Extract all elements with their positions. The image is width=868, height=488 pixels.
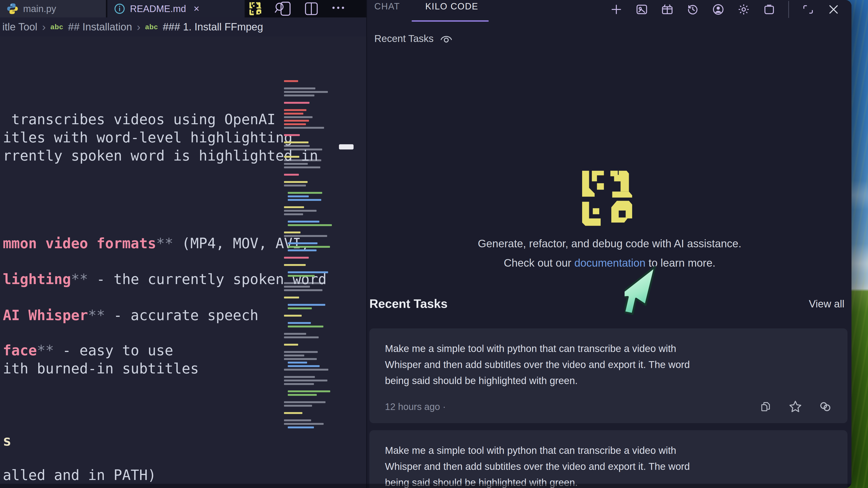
- breadcrumb-item[interactable]: ## Installation: [68, 21, 132, 33]
- minimap-line: [284, 257, 309, 259]
- minimap-line: [288, 271, 328, 273]
- new-task-icon[interactable]: [610, 3, 623, 16]
- close-icon[interactable]: ×: [194, 4, 199, 14]
- minimap-line: [284, 134, 300, 136]
- task-card[interactable]: Make me a simple tool with python that c…: [369, 328, 847, 423]
- link-icon[interactable]: [819, 400, 832, 413]
- minimap-line: [284, 116, 312, 118]
- recent-tasks-header-collapsed[interactable]: Recent Tasks: [374, 33, 453, 44]
- star-icon[interactable]: [788, 400, 802, 414]
- minimap-line: [284, 405, 312, 407]
- minimap-line: [284, 109, 306, 111]
- welcome-line-2-prefix: Check out our: [504, 257, 574, 269]
- welcome-text: Generate, refactor, and debug code with …: [367, 234, 851, 272]
- split-editor-icon[interactable]: [304, 1, 319, 16]
- breadcrumb-item[interactable]: itle Tool: [2, 21, 37, 33]
- task-text-line: Make me a simple tool with python that c…: [385, 340, 832, 357]
- minimap-line: [284, 80, 298, 82]
- kilo-code-icon[interactable]: [249, 2, 262, 15]
- minimap-line: [288, 426, 314, 428]
- code-line: alled and in PATH): [3, 466, 156, 484]
- copy-icon[interactable]: [760, 400, 772, 413]
- history-icon[interactable]: [686, 3, 699, 16]
- tab-label: README.md: [130, 3, 186, 14]
- code-line: ith burned-in subtitles: [3, 360, 199, 378]
- minimap-line: [284, 419, 311, 421]
- minimap[interactable]: [283, 45, 333, 403]
- minimap-line: [284, 127, 324, 129]
- welcome-line-1: Generate, refactor, and debug code with …: [367, 234, 851, 253]
- minimap-line: [288, 242, 317, 244]
- vscode-window: main.py README.md ×: [0, 0, 851, 488]
- tab-kilo-code[interactable]: KILO CODE: [425, 1, 478, 11]
- code-line: transcribes videos using OpenAI: [3, 110, 276, 129]
- minimap-line: [284, 264, 306, 266]
- minimap-line: [284, 231, 301, 233]
- editor-pane[interactable]: transcribes videos using OpenAIitles wit…: [0, 36, 366, 488]
- minimap-line: [284, 102, 309, 104]
- view-all-link[interactable]: View all: [809, 298, 844, 310]
- minimap-line: [288, 390, 330, 392]
- account-icon[interactable]: [712, 3, 724, 16]
- minimap-line: [288, 221, 319, 223]
- markdown-symbol-icon: abc: [51, 23, 63, 31]
- minimap-line: [288, 199, 321, 201]
- breadcrumb-separator: ›: [137, 21, 140, 33]
- close-icon[interactable]: [827, 3, 840, 16]
- minimap-line: [288, 224, 332, 226]
- minimap-line: [284, 401, 326, 403]
- recent-tasks-label: Recent Tasks: [374, 33, 434, 44]
- open-in-editor-icon[interactable]: [763, 3, 776, 16]
- minimap-line: [284, 351, 318, 353]
- task-card-footer: 12 hours ago ·: [385, 399, 832, 414]
- minimap-line: [284, 282, 323, 284]
- panel-toolbar: [610, 1, 840, 18]
- minimap-line: [284, 297, 299, 298]
- tab-main-py[interactable]: main.py: [0, 0, 106, 18]
- sash-drag-handle[interactable]: [339, 144, 353, 150]
- task-text-line: being said should be highlighted with gr…: [385, 373, 832, 389]
- minimap-line: [284, 156, 299, 158]
- marketplace-icon[interactable]: [661, 3, 674, 16]
- tab-readme-md[interactable]: README.md ×: [107, 0, 245, 18]
- task-card[interactable]: Make me a simple tool with python that c…: [369, 430, 847, 488]
- editor-tab-bar: main.py README.md ×: [0, 0, 366, 18]
- breadcrumb[interactable]: itle Tool›abc## Installation›abc### 1. I…: [0, 18, 366, 36]
- minimap-line: [284, 383, 314, 385]
- recent-task-list: Make me a simple tool with python that c…: [369, 328, 847, 488]
- task-timestamp: 12 hours ago ·: [385, 401, 446, 412]
- minimap-line: [284, 333, 306, 335]
- kilo-code-logo: [582, 169, 633, 227]
- minimap-line: [288, 322, 311, 324]
- breadcrumb-separator: ›: [42, 21, 45, 33]
- code-line: mmon video formats** (MP4, MOV, AVI,: [3, 234, 309, 253]
- minimap-line: [284, 376, 315, 378]
- minimap-line: [284, 235, 327, 237]
- prompts-icon[interactable]: [636, 3, 648, 16]
- task-text-line: being said should be highlighted with gr…: [385, 475, 832, 488]
- minimap-line: [288, 394, 317, 396]
- minimap-line: [284, 149, 322, 151]
- info-icon: [114, 3, 126, 15]
- eye-icon[interactable]: [440, 33, 453, 44]
- code-line: lighting** - the currently spoken word: [3, 270, 327, 288]
- more-actions-icon[interactable]: [331, 4, 345, 13]
- minimap-line: [288, 304, 325, 306]
- editor-layout-icon[interactable]: [802, 3, 814, 16]
- mouse-cursor: [625, 264, 684, 325]
- minimap-line: [284, 163, 308, 165]
- minimap-line: [284, 369, 328, 370]
- tab-chat[interactable]: CHAT: [374, 1, 400, 11]
- markdown-symbol-icon: abc: [145, 23, 158, 31]
- settings-icon[interactable]: [737, 3, 750, 16]
- toolbar-divider: [788, 1, 789, 18]
- code-line: s: [3, 432, 11, 450]
- open-preview-icon[interactable]: [275, 1, 291, 17]
- welcome-line-2: Check out our documentation to learn mor…: [367, 253, 851, 272]
- minimap-line: [284, 412, 302, 414]
- minimap-line: [288, 195, 309, 197]
- minimap-line: [284, 210, 316, 212]
- breadcrumb-item[interactable]: ### 1. Install FFmpeg: [163, 21, 263, 33]
- kilo-code-panel: CHAT KILO CODE Recent Tasks: [366, 0, 851, 488]
- minimap-line: [288, 307, 312, 309]
